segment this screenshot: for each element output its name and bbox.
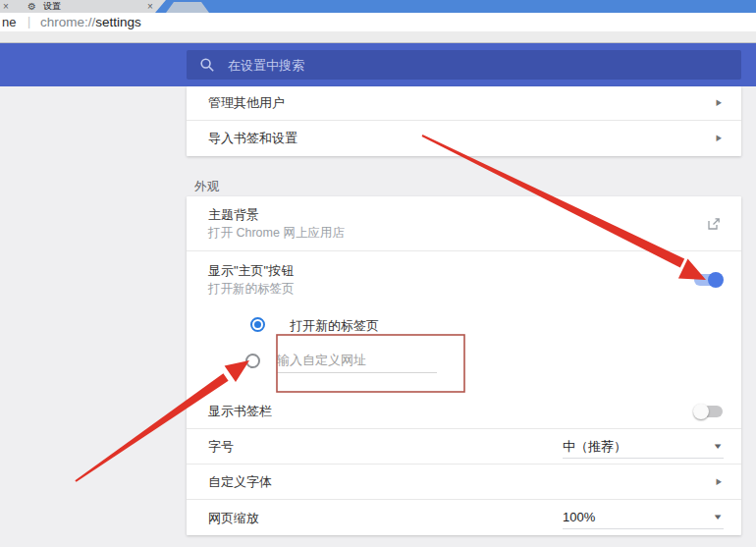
search-icon [199, 57, 215, 73]
row-radio-new-tab: 打开新的标签页 [187, 306, 741, 344]
open-in-new-icon[interactable] [706, 216, 722, 232]
tab-close-icon[interactable]: × [147, 0, 153, 13]
window-frame [155, 0, 756, 13]
row-manage-other-users[interactable]: 管理其他用户 ▶ [187, 86, 741, 121]
radio-custom-url[interactable] [245, 354, 260, 368]
dropdown-arrow-icon: ▼ [712, 442, 723, 451]
section-label-appearance: 外观 [194, 179, 219, 195]
page-zoom-dropdown[interactable]: 100% ▼ [563, 508, 724, 529]
row-label: 字号 [208, 438, 234, 456]
chrome-settings-window: × ⚙ 设置 × ne | chrome://settings 管理其他用户 ▶… [0, 0, 756, 547]
partial-tab-close-icon[interactable]: × [3, 0, 9, 13]
toggle-knob [708, 272, 724, 288]
row-page-zoom: 网页缩放 100% ▼ [187, 501, 741, 535]
chevron-right-icon: ▶ [717, 134, 722, 143]
row-customize-fonts[interactable]: 自定义字体 ▶ [187, 465, 741, 500]
row-label: 显示书签栏 [208, 403, 272, 420]
row-subtitle: 打开 Chrome 网上应用店 [208, 225, 722, 241]
row-label: 导入书签和设置 [208, 130, 297, 147]
chevron-right-icon: ▶ [717, 477, 722, 487]
bookmarks-bar-toggle[interactable] [694, 406, 723, 417]
dropdown-arrow-icon: ▼ [712, 513, 723, 521]
row-font-size: 字号 中（推荐） ▼ [187, 430, 741, 465]
row-subtitle: 打开新的标签页 [208, 281, 722, 297]
row-show-bookmarks-bar: 显示书签栏 [187, 395, 741, 429]
home-button-toggle[interactable] [694, 274, 723, 286]
toggle-knob [693, 404, 709, 419]
chevron-right-icon: ▶ [717, 98, 722, 108]
url-scheme: chrome:// [40, 15, 95, 29]
row-label: 管理其他用户 [208, 94, 285, 112]
radio-new-tab-page[interactable] [250, 317, 265, 332]
row-theme[interactable]: 主题背景 打开 Chrome 网上应用店 [187, 196, 741, 251]
gear-icon: ⚙ [27, 0, 36, 13]
settings-search-box[interactable] [187, 50, 741, 80]
toolbar-band [0, 31, 756, 43]
row-title: 主题背景 [208, 207, 722, 223]
dropdown-value: 中（推荐） [563, 439, 626, 454]
url-separator: | [27, 13, 30, 31]
url-fragment: ne [2, 13, 16, 31]
font-size-dropdown[interactable]: 中（推荐） ▼ [563, 437, 724, 459]
address-bar: ne | chrome://settings [0, 13, 756, 31]
row-label: 网页缩放 [208, 510, 259, 527]
search-input[interactable] [228, 58, 699, 73]
dropdown-value: 100% [563, 510, 595, 524]
row-label: 自定义字体 [208, 473, 272, 491]
tab-title[interactable]: 设置 [43, 0, 61, 13]
omnibox[interactable]: chrome://settings [40, 13, 141, 31]
row-import-bookmarks[interactable]: 导入书签和设置 ▶ [187, 121, 741, 155]
people-card: 管理其他用户 ▶ 导入书签和设置 ▶ [187, 86, 741, 156]
row-radio-custom-url [187, 344, 741, 395]
row-show-home-button: 显示"主页"按钮 打开新的标签页 [187, 252, 741, 306]
custom-url-input[interactable] [277, 353, 437, 373]
url-path: settings [95, 15, 141, 29]
settings-header [0, 43, 756, 86]
radio-label: 打开新的标签页 [290, 317, 379, 335]
row-title: 显示"主页"按钮 [208, 263, 722, 279]
tab-strip: × ⚙ 设置 × [0, 0, 756, 13]
appearance-card: 主题背景 打开 Chrome 网上应用店 显示"主页"按钮 打开新的标签页 打开… [187, 196, 741, 535]
